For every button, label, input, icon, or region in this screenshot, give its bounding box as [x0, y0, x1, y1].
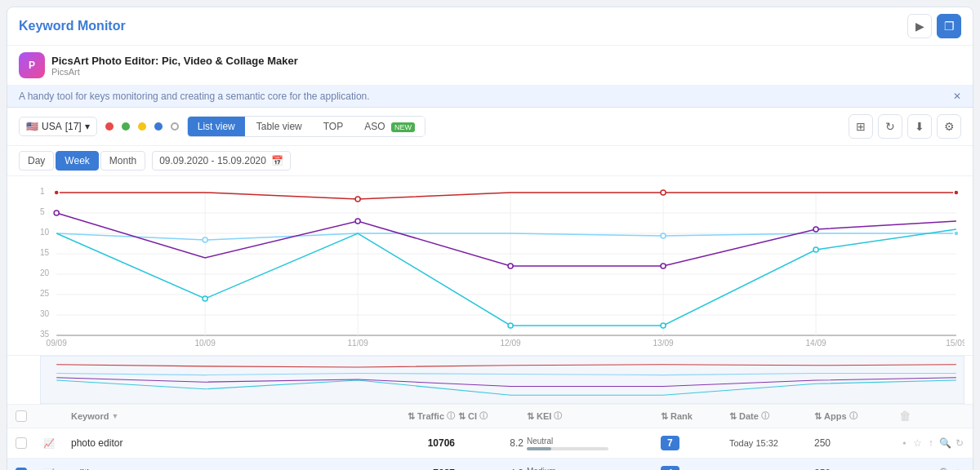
grid-icon-btn[interactable]: ⊞	[849, 114, 873, 139]
svg-point-23	[661, 190, 666, 195]
rank-header-label: Rank	[670, 411, 693, 421]
row-ci: 8.2	[458, 437, 523, 449]
kei-info-icon[interactable]: ⓘ	[554, 410, 562, 422]
refresh-btn[interactable]: ↻	[955, 464, 964, 470]
svg-text:25: 25	[40, 289, 50, 298]
svg-point-33	[203, 296, 207, 301]
refresh-icon-btn[interactable]: ↻	[878, 114, 902, 139]
tab-week[interactable]: Week	[56, 151, 98, 171]
date-toolbar: Day Week Month 09.09.2020 - 15.09.2020 📅	[7, 146, 973, 176]
country-select[interactable]: 🇺🇸 USA [17] ▾	[19, 117, 97, 136]
expand-button[interactable]: ❐	[937, 14, 961, 38]
svg-text:20: 20	[40, 268, 50, 277]
th-traffic[interactable]: ⇅ Traffic ⓘ	[357, 410, 455, 422]
ci-info-icon[interactable]: ⓘ	[479, 410, 488, 422]
table-body: 📈 photo editor 10706 8.2 Neutral 7 Today…	[7, 428, 973, 470]
tab-month[interactable]: Month	[100, 151, 145, 171]
svg-point-35	[661, 323, 666, 328]
app-name: PicsArt Photo Editor: Pic, Video & Colla…	[51, 55, 298, 67]
row-kei: Medium	[527, 467, 657, 471]
up-btn[interactable]: ↑	[926, 434, 936, 452]
row-kei: Neutral	[527, 437, 657, 450]
row-rank: 7	[661, 436, 726, 450]
row-rank: 4	[661, 466, 726, 470]
flag-icon: 🇺🇸	[26, 121, 38, 132]
th-rank[interactable]: ⇅ Rank	[661, 411, 726, 422]
svg-text:1: 1	[40, 187, 45, 196]
tab-day[interactable]: Day	[19, 151, 54, 171]
up-btn[interactable]: ↑	[926, 464, 936, 470]
table-row: ✓ 📈 editing apps 7687 4.3 Medium 4 Today…	[7, 459, 973, 470]
date-range-picker[interactable]: 09.09.2020 - 15.09.2020 📅	[152, 151, 291, 171]
kei-progress-bar	[527, 447, 608, 450]
dot-blue	[154, 122, 163, 131]
traffic-info-icon[interactable]: ⓘ	[447, 410, 455, 422]
star-btn[interactable]: ☆	[912, 434, 922, 452]
th-kei[interactable]: ⇅ KEI ⓘ	[527, 410, 657, 422]
calendar-icon: 📅	[271, 155, 283, 166]
close-icon[interactable]: ✕	[953, 91, 961, 102]
svg-point-22	[355, 197, 360, 202]
date-header-label: Date	[739, 411, 759, 421]
checkbox-0[interactable]	[16, 437, 27, 449]
delete-all-icon[interactable]: 🗑	[899, 410, 911, 423]
country-label: USA	[42, 121, 62, 132]
svg-point-21	[54, 190, 59, 195]
header-actions: ▶ ❐	[907, 14, 961, 38]
kei-fill	[527, 447, 551, 450]
mini-chart	[7, 356, 973, 405]
tip-bar: A handy tool for keys monitoring and cre…	[7, 86, 973, 108]
date-info-icon[interactable]: ⓘ	[761, 410, 769, 422]
svg-point-28	[54, 211, 59, 215]
sort-date-icon: ⇅	[729, 411, 737, 422]
traffic-header-label: Traffic	[417, 411, 444, 421]
svg-text:13/09: 13/09	[653, 339, 674, 348]
svg-text:30: 30	[40, 309, 50, 318]
apps-header-label: Apps	[824, 411, 847, 421]
svg-point-36	[813, 247, 818, 252]
svg-text:09/09: 09/09	[47, 339, 68, 348]
refresh-btn[interactable]: ↻	[955, 434, 964, 452]
th-ci[interactable]: ⇅ CI ⓘ	[458, 410, 523, 422]
settings-icon-btn[interactable]: ⚙	[937, 114, 961, 139]
select-all-checkbox[interactable]	[16, 410, 27, 422]
svg-point-24	[954, 190, 959, 195]
dot-red	[105, 122, 114, 131]
search-btn[interactable]: 🔍	[939, 434, 951, 452]
th-date[interactable]: ⇅ Date ⓘ	[729, 410, 811, 422]
app-row: P PicsArt Photo Editor: Pic, Video & Col…	[7, 46, 973, 86]
chart-svg: 1 5 10 15 20 25 30 35	[40, 184, 964, 348]
dot-green	[122, 122, 130, 131]
svg-point-29	[355, 219, 360, 224]
star-btn[interactable]: ☆	[912, 464, 922, 470]
app-info: P PicsArt Photo Editor: Pic, Video & Col…	[19, 52, 298, 78]
th-delete[interactable]: 🗑	[899, 410, 964, 423]
svg-point-27	[954, 231, 959, 236]
th-keyword[interactable]: Keyword ▼	[71, 411, 354, 421]
svg-text:10/09: 10/09	[194, 339, 216, 348]
tab-top[interactable]: TOP	[314, 117, 353, 136]
svg-text:5: 5	[40, 207, 45, 216]
keyword-header-label: Keyword	[71, 411, 109, 421]
mini-chart-svg	[40, 356, 964, 404]
dot-menu-btn[interactable]: ⦁	[899, 464, 909, 470]
search-btn[interactable]: 🔍	[939, 464, 951, 470]
sort-ci-icon: ⇅	[458, 411, 466, 422]
svg-text:12/09: 12/09	[500, 339, 521, 348]
view-tabs: List view Table view TOP ASO NEW	[187, 116, 425, 137]
sort-traffic-icon: ⇅	[408, 411, 415, 422]
sort-kei-icon: ⇅	[527, 411, 534, 422]
row-actions: ⦁ ☆ ↑ 🔍 ↻	[899, 434, 964, 452]
row-checkbox[interactable]	[16, 437, 40, 449]
dot-menu-btn[interactable]: ⦁	[899, 434, 909, 452]
apps-info-icon[interactable]: ⓘ	[849, 410, 858, 422]
tip-text: A handy tool for keys monitoring and cre…	[19, 91, 370, 102]
tab-aso[interactable]: ASO NEW	[354, 117, 425, 136]
tab-table-view[interactable]: Table view	[247, 117, 312, 136]
tab-list-view[interactable]: List view	[188, 117, 245, 136]
download-icon-btn[interactable]: ⬇	[907, 114, 932, 139]
play-button[interactable]: ▶	[907, 14, 932, 38]
svg-text:14/09: 14/09	[805, 339, 826, 348]
th-apps[interactable]: ⇅ Apps ⓘ	[814, 410, 896, 422]
sort-rank-icon: ⇅	[661, 411, 668, 422]
